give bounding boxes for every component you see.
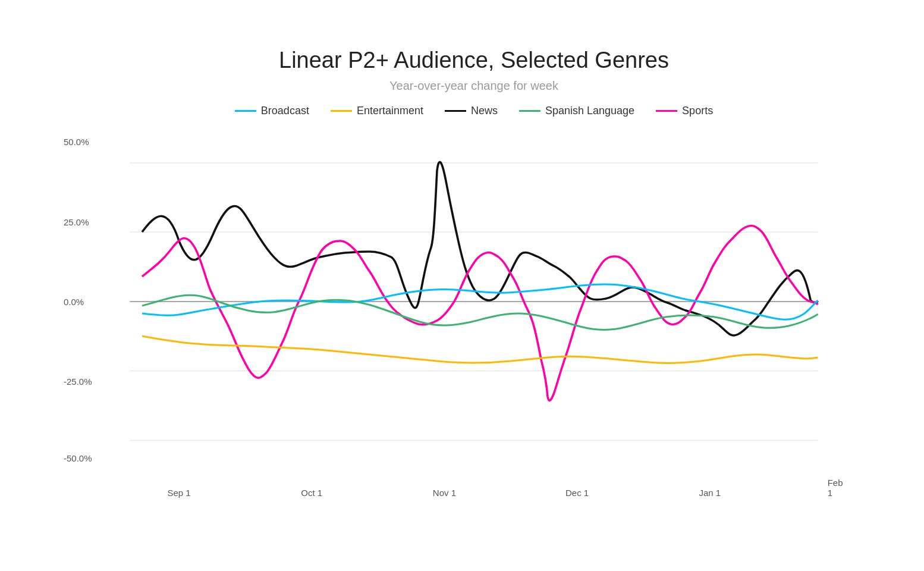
legend-spanish: Spanish Language bbox=[519, 105, 634, 117]
y-label-50: 50.0% bbox=[64, 137, 89, 147]
chart-svg bbox=[105, 135, 843, 468]
legend-line-news bbox=[445, 110, 466, 112]
x-label-sep: Sep 1 bbox=[167, 488, 190, 498]
plot-area: 50.0% 25.0% 0.0% -25.0% -50.0% Sep 1 Oct… bbox=[105, 135, 843, 468]
legend-entertainment: Entertainment bbox=[331, 105, 423, 117]
chart-title: Linear P2+ Audience, Selected Genres bbox=[105, 48, 843, 73]
legend-line-spanish bbox=[519, 110, 540, 112]
legend-label-entertainment: Entertainment bbox=[357, 105, 423, 117]
chart-subtitle: Year-over-year change for week bbox=[105, 79, 843, 93]
line-spanish bbox=[142, 295, 818, 330]
x-label-oct: Oct 1 bbox=[301, 488, 322, 498]
y-label-neg50: -50.0% bbox=[64, 453, 92, 463]
legend-line-sports bbox=[656, 110, 677, 112]
y-label-0: 0.0% bbox=[64, 297, 84, 307]
x-label-nov: Nov 1 bbox=[433, 488, 456, 498]
legend-label-spanish: Spanish Language bbox=[545, 105, 634, 117]
legend-sports: Sports bbox=[656, 105, 713, 117]
line-sports bbox=[142, 225, 818, 400]
x-label-feb: Feb 1 bbox=[828, 478, 843, 498]
legend-label-news: News bbox=[471, 105, 498, 117]
legend-line-entertainment bbox=[331, 110, 352, 112]
legend-broadcast: Broadcast bbox=[235, 105, 309, 117]
legend-news: News bbox=[445, 105, 498, 117]
chart-container: Linear P2+ Audience, Selected Genres Yea… bbox=[46, 24, 878, 547]
y-label-25: 25.0% bbox=[64, 217, 89, 227]
legend-line-broadcast bbox=[235, 110, 256, 112]
x-label-jan: Jan 1 bbox=[699, 488, 721, 498]
legend-label-sports: Sports bbox=[682, 105, 713, 117]
x-label-dec: Dec 1 bbox=[565, 488, 589, 498]
chart-legend: Broadcast Entertainment News Spanish Lan… bbox=[105, 105, 843, 117]
y-label-neg25: -25.0% bbox=[64, 377, 92, 387]
legend-label-broadcast: Broadcast bbox=[261, 105, 309, 117]
